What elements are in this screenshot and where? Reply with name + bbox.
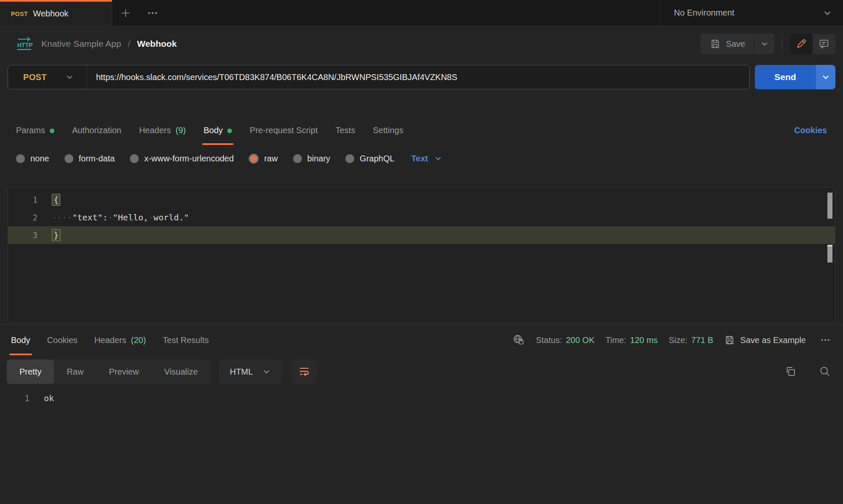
response-text: ok [30, 393, 54, 403]
body-mode-x-www-form-urlencoded[interactable]: x-www-form-urlencoded [130, 154, 234, 164]
radio-icon [293, 154, 302, 163]
send-options-button[interactable] [816, 65, 835, 89]
svg-text:HTTP: HTTP [17, 42, 33, 48]
send-button[interactable]: Send [755, 65, 816, 89]
editor-scrollbar[interactable] [827, 191, 833, 319]
view-preview[interactable]: Preview [96, 359, 151, 384]
save-icon [724, 335, 735, 346]
method-label: POST [23, 72, 47, 82]
response-options-button[interactable] [817, 332, 834, 349]
body-mode-none[interactable]: none [16, 154, 49, 164]
code-line[interactable]: 1 { [8, 191, 835, 209]
raw-format-selector[interactable]: Text [411, 154, 442, 164]
body-mode-form-data[interactable]: form-data [65, 154, 115, 164]
view-pretty[interactable]: Pretty [7, 359, 54, 384]
tab-label: Cookies [47, 335, 78, 345]
tab-label: Settings [373, 126, 403, 135]
tab-params[interactable]: Params [16, 115, 54, 145]
tab-label: Tests [335, 126, 355, 135]
response-time: Time: 120 ms [606, 335, 658, 345]
save-as-example-button[interactable]: Save as Example [724, 335, 806, 346]
body-mode-binary[interactable]: binary [293, 154, 330, 164]
response-tab-body[interactable]: Body [11, 325, 30, 355]
chevron-down-icon [434, 154, 442, 163]
bracket-highlight: } [52, 229, 60, 241]
chevron-down-icon [823, 8, 832, 18]
scrollbar-annotation [827, 245, 832, 263]
url-bar: POST [8, 65, 750, 89]
save-options-button[interactable] [755, 34, 774, 54]
new-tab-button[interactable] [112, 0, 139, 26]
chevron-down-icon [821, 72, 830, 82]
tab-authorization[interactable]: Authorization [72, 115, 121, 145]
breadcrumb-request[interactable]: Webhook [137, 39, 177, 49]
view-visualize[interactable]: Visualize [151, 359, 210, 384]
tab-body[interactable]: Body [204, 115, 232, 145]
search-response-button[interactable] [819, 365, 831, 378]
tab-label: Authorization [72, 126, 121, 135]
response-view-switcher: Pretty Raw Preview Visualize [7, 359, 210, 384]
tab-label: Pre-request Script [250, 126, 318, 135]
chevron-down-icon [65, 73, 74, 81]
response-header: Body Cookies Headers (20) Test Results [0, 325, 843, 355]
tab-settings[interactable]: Settings [373, 115, 403, 145]
method-selector[interactable]: POST [8, 65, 86, 89]
body-mode-graphql[interactable]: GraphQL [345, 154, 394, 164]
wrap-text-icon [298, 365, 310, 378]
response-size: Size: 771 B [669, 335, 714, 345]
tab-options-button[interactable] [139, 0, 166, 26]
request-tabs: Params Authorization Headers (9) Body Pr… [0, 115, 843, 145]
request-body-editor[interactable]: 1 { 2 ····"text":·"Hello,·world." 3 } [8, 187, 835, 323]
radio-icon [65, 154, 73, 163]
breadcrumb: HTTP Knative Sample App / Webhook [15, 36, 177, 52]
code-text: "Hello, [113, 212, 148, 223]
radio-label: none [30, 154, 49, 164]
response-body[interactable]: 1 ok [0, 390, 843, 407]
tab-headers[interactable]: Headers (9) [139, 115, 186, 145]
ellipsis-icon [147, 7, 159, 19]
line-number: 3 [8, 231, 38, 240]
status-value: 200 OK [566, 335, 595, 345]
network-globe-lock-icon[interactable] [512, 334, 525, 346]
save-button[interactable]: Save [700, 34, 755, 54]
comments-button[interactable] [813, 34, 835, 54]
code-line-active[interactable]: 3 } [8, 226, 835, 244]
url-input[interactable] [87, 65, 749, 89]
cookies-link[interactable]: Cookies [794, 126, 827, 135]
response-tab-headers[interactable]: Headers (20) [94, 325, 146, 355]
tab-tests[interactable]: Tests [335, 115, 355, 145]
response-actions [784, 365, 831, 378]
response-status: Status: 200 OK [536, 335, 595, 345]
chevron-down-icon [760, 40, 769, 48]
headers-count: (9) [175, 126, 186, 135]
tab-pre-request-script[interactable]: Pre-request Script [250, 115, 318, 145]
view-raw[interactable]: Raw [54, 359, 96, 384]
header-actions: Save [700, 34, 835, 54]
response-format-selector[interactable]: HTML [219, 359, 281, 384]
search-icon [819, 365, 831, 378]
whitespace-dot: · [148, 212, 154, 223]
response-tab-cookies[interactable]: Cookies [47, 325, 78, 355]
radio-label: GraphQL [360, 154, 394, 164]
tab-label: Body [204, 126, 223, 135]
body-modified-dot [227, 129, 232, 133]
tab-label: Body [11, 335, 30, 345]
environment-selector[interactable]: No Environment [660, 0, 843, 26]
tab-label: Params [16, 126, 45, 135]
tab-label: Test Results [163, 335, 209, 345]
code-line[interactable]: 2 ····"text":·"Hello,·world." [8, 209, 835, 226]
open-request-tab[interactable]: POST Webhook [0, 0, 112, 26]
response-tab-test-results[interactable]: Test Results [163, 325, 209, 355]
body-mode-raw[interactable]: raw [249, 154, 277, 164]
scrollbar-thumb[interactable] [827, 193, 832, 219]
comment-icon [818, 38, 830, 50]
copy-response-button[interactable] [784, 365, 797, 378]
radio-label: raw [264, 154, 277, 164]
edit-mode-button[interactable] [790, 34, 813, 54]
breadcrumb-separator: / [128, 39, 130, 49]
whitespace-dot: · [108, 212, 113, 223]
wrap-text-button[interactable] [292, 359, 316, 384]
response-format-label: HTML [230, 367, 253, 377]
save-icon [710, 38, 721, 49]
breadcrumb-collection[interactable]: Knative Sample App [41, 39, 121, 49]
